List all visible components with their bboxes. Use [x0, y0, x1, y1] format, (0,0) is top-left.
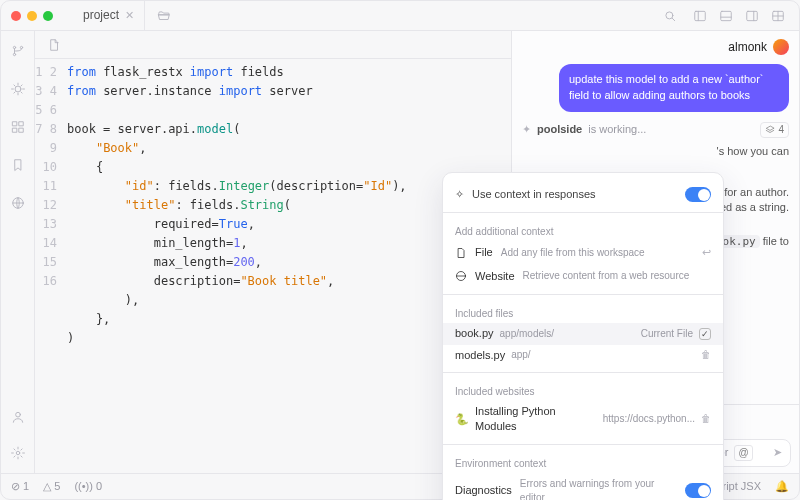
- line-gutter: 1 2 3 4 5 6 7 8 9 10 11 12 13 14 15 16: [35, 63, 67, 348]
- popover-title-row: ✧ Use context in responses: [443, 183, 723, 206]
- avatar[interactable]: [773, 39, 789, 55]
- panel-grid-icon: [771, 9, 785, 23]
- file-path: app/: [511, 348, 530, 362]
- activity-bar: [1, 31, 35, 473]
- svg-rect-2: [721, 11, 732, 20]
- svg-point-8: [15, 86, 21, 92]
- extensions-button[interactable]: [6, 115, 30, 139]
- panel-grid-button[interactable]: [767, 5, 789, 27]
- gear-icon: [11, 446, 25, 460]
- stack-icon: [765, 125, 775, 135]
- popover-title: Use context in responses: [472, 187, 596, 202]
- sparkle-icon: ✧: [455, 187, 464, 202]
- add-file-label: File: [475, 245, 493, 260]
- trash-icon[interactable]: 🗑: [701, 412, 711, 426]
- status-errors[interactable]: ⊘ 1: [11, 479, 29, 494]
- add-file-hint: Add any file from this workspace: [501, 246, 645, 260]
- included-file-row[interactable]: book.py app/models/ Current File ✓: [443, 323, 723, 344]
- source-control-button[interactable]: [6, 39, 30, 63]
- env-context-label: Environment context: [443, 451, 723, 473]
- panel-bottom-button[interactable]: [715, 5, 737, 27]
- close-window-icon[interactable]: [11, 11, 21, 21]
- search-button[interactable]: [659, 5, 681, 27]
- file-name: models.py: [455, 348, 505, 363]
- site-title: Installing Python Modules: [475, 404, 597, 435]
- svg-point-14: [15, 412, 20, 417]
- titlebar: project ✕: [1, 1, 799, 31]
- settings-button[interactable]: [6, 441, 30, 465]
- status-broadcast[interactable]: ((•)) 0: [74, 479, 102, 494]
- add-web-label: Website: [475, 269, 515, 284]
- site-url: https://docs.python...: [603, 412, 695, 426]
- send-icon[interactable]: ➤: [773, 445, 782, 460]
- svg-rect-1: [695, 11, 706, 20]
- context-count: 4: [778, 123, 784, 137]
- file-checkbox[interactable]: ✓: [699, 328, 711, 340]
- editor-tabstrip: [35, 31, 511, 59]
- code-editor[interactable]: 1 2 3 4 5 6 7 8 9 10 11 12 13 14 15 16 f…: [35, 59, 511, 348]
- return-icon: ↩: [702, 245, 711, 260]
- add-website-row[interactable]: Website Retrieve content from a web reso…: [443, 265, 723, 288]
- included-site-row[interactable]: 🐍 Installing Python Modules https://docs…: [443, 401, 723, 438]
- panel-right-icon: [745, 9, 759, 23]
- file-icon: [47, 38, 61, 52]
- new-tab-button[interactable]: [153, 5, 175, 27]
- boxes-icon: [11, 120, 25, 134]
- python-icon: 🐍: [455, 412, 469, 427]
- globe-button[interactable]: [6, 191, 30, 215]
- panel-left-icon: [693, 9, 707, 23]
- file-tab[interactable]: [43, 34, 65, 56]
- context-master-toggle[interactable]: [685, 187, 711, 202]
- user-message-text: update this model to add a new `author` …: [569, 73, 763, 101]
- window-controls[interactable]: [11, 11, 53, 21]
- user-message-bubble: update this model to add a new `author` …: [559, 64, 789, 112]
- diagnostics-row: Diagnostics Errors and warnings from you…: [443, 473, 723, 500]
- close-tab-icon[interactable]: ✕: [125, 8, 134, 23]
- panel-right-button[interactable]: [741, 5, 763, 27]
- maximize-window-icon[interactable]: [43, 11, 53, 21]
- status-bell-icon[interactable]: 🔔: [775, 479, 789, 494]
- status-warnings[interactable]: △ 5: [43, 479, 60, 494]
- add-context-label: Add additional context: [443, 219, 723, 241]
- add-web-hint: Retrieve content from a web resource: [523, 269, 690, 283]
- svg-point-15: [16, 451, 20, 455]
- file-icon: [455, 247, 467, 259]
- code-content: from flask_restx import fields from serv…: [67, 63, 407, 348]
- assistant-status-row: ✦ poolside is working... 4: [512, 122, 799, 138]
- assistant-name: poolside: [537, 122, 582, 137]
- folder-open-icon: [157, 9, 171, 23]
- file-path: app/models/: [500, 327, 554, 341]
- reply-frag-1: 's how you can: [522, 144, 789, 159]
- context-chip[interactable]: 4: [760, 122, 789, 138]
- project-tab-label: project: [83, 7, 119, 24]
- svg-point-0: [666, 11, 673, 18]
- context-popover: ✧ Use context in responses Add additiona…: [442, 172, 724, 500]
- file-name: book.py: [455, 326, 494, 341]
- project-tab[interactable]: project ✕: [67, 1, 145, 30]
- current-file-badge: Current File: [641, 327, 693, 341]
- included-file-row[interactable]: models.py app/ 🗑: [443, 345, 723, 366]
- assistant-status: is working...: [588, 122, 646, 137]
- branch-icon: [11, 44, 25, 58]
- add-file-row[interactable]: File Add any file from this workspace ↩: [443, 241, 723, 264]
- search-icon: [663, 9, 677, 23]
- at-key: @: [734, 445, 752, 461]
- trash-icon[interactable]: 🗑: [701, 348, 711, 362]
- sparkle-icon: ✦: [522, 122, 531, 137]
- layout-toggles: [689, 5, 789, 27]
- panel-bottom-icon: [719, 9, 733, 23]
- diagnostics-hint: Errors and warnings from your editor: [520, 477, 669, 500]
- minimize-window-icon[interactable]: [27, 11, 37, 21]
- panel-left-button[interactable]: [689, 5, 711, 27]
- debug-button[interactable]: [6, 77, 30, 101]
- globe-icon: [455, 270, 467, 282]
- bookmark-button[interactable]: [6, 153, 30, 177]
- svg-rect-10: [19, 122, 23, 126]
- included-files-label: Included files: [443, 301, 723, 323]
- editor: 1 2 3 4 5 6 7 8 9 10 11 12 13 14 15 16 f…: [35, 31, 511, 473]
- svg-rect-11: [12, 128, 16, 132]
- svg-rect-12: [19, 128, 23, 132]
- diagnostics-toggle[interactable]: [685, 483, 711, 498]
- account-button[interactable]: [6, 405, 30, 429]
- diagnostics-label: Diagnostics: [455, 483, 512, 498]
